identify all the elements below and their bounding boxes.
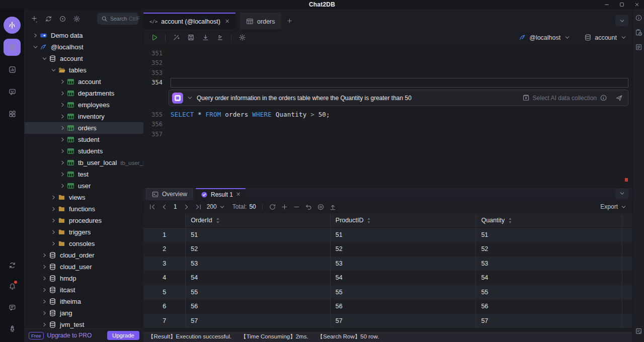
table-row[interactable]: 2525252: [143, 242, 632, 256]
upgrade-to-pro-link[interactable]: Upgrade to PRO: [47, 332, 92, 339]
notes-icon[interactable]: [635, 327, 642, 335]
info-panel-icon[interactable]: [635, 14, 642, 22]
table-cell[interactable]: 57: [186, 314, 331, 328]
execute-plan-button[interactable]: [216, 34, 224, 41]
chevron-right-icon[interactable]: [59, 172, 66, 177]
chevron-right-icon[interactable]: [50, 230, 57, 234]
chevron-right-icon[interactable]: [50, 218, 57, 223]
sort-icon[interactable]: [216, 217, 220, 224]
chevron-right-icon[interactable]: [41, 265, 48, 269]
chevron-right-icon[interactable]: [59, 184, 66, 188]
chevron-right-icon[interactable]: [59, 91, 66, 96]
tab-result-1[interactable]: Result 1 ✕: [196, 188, 246, 200]
plugins-icon[interactable]: [4, 105, 21, 122]
tree-item-user[interactable]: user: [25, 180, 143, 192]
tree-item--localhost[interactable]: @localhost: [25, 41, 143, 53]
tree-item-itcast[interactable]: itcast: [25, 284, 143, 296]
column-header-quantity[interactable]: Quantity: [476, 214, 622, 227]
ai-data-collection-select[interactable]: Select AI data collection: [522, 94, 607, 102]
maximize-icon[interactable]: [618, 1, 626, 9]
chevron-right-icon[interactable]: [50, 241, 57, 246]
database-workspace-icon[interactable]: [4, 39, 21, 56]
table-row[interactable]: 6565656: [143, 299, 632, 314]
tree-item-functions[interactable]: functions: [25, 203, 143, 215]
submit-button[interactable]: [329, 203, 337, 211]
table-cell[interactable]: 55: [476, 285, 622, 300]
ai-assistant-icon[interactable]: ▣: [172, 93, 183, 104]
tab-overview[interactable]: Overview: [146, 188, 193, 200]
chevron-down-icon[interactable]: [41, 56, 48, 61]
tree-item-tb-user-local[interactable]: tb_user_localtb_user_loca: [25, 157, 143, 168]
undo-button[interactable]: [305, 203, 312, 211]
table-cell[interactable]: 51: [186, 228, 331, 242]
chevron-right-icon[interactable]: [50, 207, 57, 211]
chevron-right-icon[interactable]: [59, 79, 66, 84]
table-row[interactable]: 3535353: [143, 256, 632, 271]
page-size-select[interactable]: 200: [207, 203, 226, 211]
feedback-icon[interactable]: [4, 299, 21, 316]
tree-item-views[interactable]: views: [25, 192, 143, 203]
tab-list-chevron-button[interactable]: [615, 15, 628, 26]
chevron-down-icon[interactable]: [32, 45, 39, 49]
table-cell[interactable]: 52: [186, 242, 331, 256]
table-cell[interactable]: 51: [476, 228, 622, 242]
format-sql-button[interactable]: [173, 34, 180, 41]
tree-item-jang[interactable]: jang: [25, 307, 143, 319]
chevron-right-icon[interactable]: [41, 299, 48, 304]
table-cell[interactable]: 56: [186, 299, 331, 314]
chevron-right-icon[interactable]: [59, 149, 66, 153]
first-page-button[interactable]: [148, 203, 156, 211]
prev-page-button[interactable]: [160, 203, 168, 211]
tree-item-account[interactable]: account: [25, 76, 143, 88]
table-cell[interactable]: 51: [331, 228, 476, 242]
table-row[interactable]: 4545454: [143, 271, 632, 285]
tab-account-localhost[interactable]: </> account (@localhost) ✕: [143, 13, 235, 29]
save-button[interactable]: [187, 34, 195, 41]
chevron-down-icon[interactable]: [50, 68, 57, 72]
chevron-right-icon[interactable]: [41, 288, 48, 292]
settings-icon[interactable]: [73, 15, 80, 23]
table-cell[interactable]: 53: [476, 256, 622, 271]
chevron-right-icon[interactable]: [32, 33, 39, 38]
chat2db-logo-icon[interactable]: [4, 17, 21, 34]
column-header-productid[interactable]: ProductID: [331, 214, 476, 227]
table-cell[interactable]: 52: [331, 242, 476, 256]
table-cell[interactable]: 56: [331, 299, 476, 314]
chevron-right-icon[interactable]: [41, 311, 48, 315]
chevron-right-icon[interactable]: [59, 137, 66, 142]
refresh-results-button[interactable]: [269, 203, 276, 211]
sort-icon[interactable]: [367, 217, 371, 224]
chevron-right-icon[interactable]: [41, 253, 48, 258]
table-cell[interactable]: 56: [476, 299, 622, 314]
sort-icon[interactable]: [508, 217, 512, 224]
send-icon[interactable]: [615, 94, 623, 102]
execution-history-icon[interactable]: [635, 29, 642, 36]
tree-item-employees[interactable]: employees: [25, 99, 143, 111]
upgrade-button[interactable]: Upgrade: [107, 331, 139, 340]
refresh-icon[interactable]: [45, 15, 52, 23]
chevron-right-icon[interactable]: [59, 114, 66, 119]
table-row[interactable]: 1515151: [143, 228, 632, 242]
tree-item-triggers[interactable]: triggers: [25, 226, 143, 238]
tree-item-cloud-user[interactable]: cloud_user: [25, 261, 143, 273]
tree-item-tables[interactable]: tables: [25, 64, 143, 76]
sql-editor[interactable]: 351352353354 ▣ Query order information i…: [143, 46, 632, 187]
editor-settings-button[interactable]: [238, 34, 246, 41]
table-row[interactable]: 5555555: [143, 285, 632, 300]
run-button[interactable]: [150, 34, 158, 41]
tree-item-account[interactable]: account: [25, 53, 143, 64]
table-cell[interactable]: 53: [331, 256, 476, 271]
ai-mode-chevron-icon[interactable]: [186, 94, 194, 102]
add-row-button[interactable]: [281, 203, 288, 211]
column-header-orderid[interactable]: OrderId: [186, 214, 331, 227]
tree-item-demo-data[interactable]: Demo data: [25, 30, 143, 41]
table-row[interactable]: 7575757: [143, 314, 632, 328]
last-page-button[interactable]: [195, 203, 202, 211]
table-cell[interactable]: 57: [331, 314, 476, 328]
table-cell[interactable]: 57: [476, 314, 622, 328]
export-button[interactable]: Export: [600, 203, 627, 211]
chevron-right-icon[interactable]: [41, 276, 48, 281]
table-cell[interactable]: 55: [186, 285, 331, 300]
chevron-right-icon[interactable]: [59, 160, 66, 165]
table-cell[interactable]: 53: [186, 256, 331, 271]
